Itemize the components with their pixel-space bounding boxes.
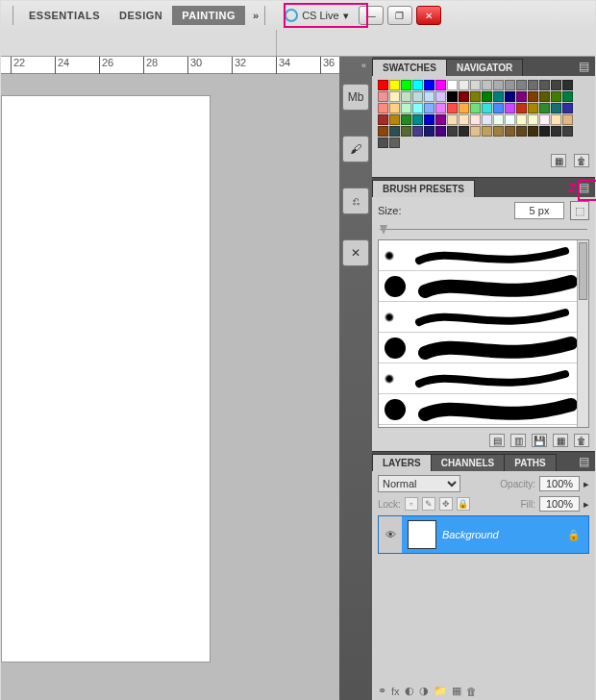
brush-menu-icon[interactable]: ▤	[579, 181, 589, 194]
brush-icon[interactable]: 🖌	[342, 136, 369, 162]
swatch[interactable]	[516, 91, 527, 102]
clone-source-icon[interactable]: ⎌	[342, 188, 369, 214]
swatch[interactable]	[528, 91, 538, 102]
swatch[interactable]	[470, 103, 481, 113]
swatch[interactable]	[493, 91, 504, 102]
swatch[interactable]	[412, 80, 423, 90]
swatch[interactable]	[551, 80, 561, 90]
swatch[interactable]	[562, 114, 573, 125]
swatches-menu-icon[interactable]: ▤	[579, 60, 589, 73]
swatch[interactable]	[459, 114, 469, 125]
more-workspaces-icon[interactable]: »	[253, 10, 259, 21]
swatch[interactable]	[562, 126, 573, 137]
swatch[interactable]	[435, 91, 446, 102]
swatch[interactable]	[562, 103, 573, 113]
swatch[interactable]	[551, 91, 561, 102]
swatch[interactable]	[539, 91, 550, 102]
swatch[interactable]	[505, 126, 515, 137]
brush-view-thumb-icon[interactable]: ▤	[489, 434, 505, 447]
close-button[interactable]: ✕	[416, 6, 441, 25]
swatch[interactable]	[505, 91, 515, 102]
layer-mask-icon[interactable]: ◐	[405, 685, 414, 697]
visibility-eye-icon[interactable]: 👁	[379, 516, 402, 553]
workspace-essentials[interactable]: ESSENTIALS	[19, 6, 110, 25]
swatch[interactable]	[528, 126, 538, 137]
swatch[interactable]	[424, 103, 435, 113]
swatch[interactable]	[551, 103, 561, 113]
tool-presets-icon[interactable]: ✕	[342, 239, 369, 266]
adjustment-layer-icon[interactable]: ◑	[419, 685, 429, 697]
swatch[interactable]	[412, 126, 423, 137]
layer-thumbnail[interactable]	[408, 520, 436, 549]
save-brush-icon[interactable]: 💾	[532, 434, 547, 447]
swatch[interactable]	[378, 138, 388, 148]
swatch[interactable]	[539, 114, 550, 125]
swatch[interactable]	[401, 103, 411, 113]
fill-input[interactable]	[539, 496, 580, 512]
swatch[interactable]	[378, 114, 388, 125]
swatch[interactable]	[493, 103, 504, 113]
swatch[interactable]	[412, 103, 423, 113]
brush-view-list-icon[interactable]: ▥	[510, 434, 526, 447]
brush-preset-row[interactable]	[379, 302, 588, 333]
swatch[interactable]	[435, 126, 446, 137]
brush-preset-row[interactable]	[379, 363, 588, 394]
swatch[interactable]	[539, 126, 550, 137]
brush-preset-row[interactable]	[379, 271, 588, 302]
opacity-input[interactable]	[539, 476, 580, 491]
swatch[interactable]	[470, 114, 481, 125]
swatch[interactable]	[447, 126, 458, 137]
swatch[interactable]	[424, 91, 435, 102]
swatch[interactable]	[389, 126, 400, 137]
delete-layer-icon[interactable]: 🗑	[466, 686, 477, 697]
blend-mode-select[interactable]: Normal	[378, 475, 460, 492]
swatch[interactable]	[459, 103, 469, 113]
swatch[interactable]	[493, 80, 504, 90]
swatch[interactable]	[447, 80, 458, 90]
document-canvas[interactable]	[1, 95, 211, 662]
tab-paths[interactable]: PATHS	[504, 454, 556, 471]
swatch[interactable]	[401, 80, 411, 90]
swatch[interactable]	[562, 80, 573, 90]
swatch[interactable]	[435, 103, 446, 113]
swatch[interactable]	[551, 114, 561, 125]
expand-docklets-icon[interactable]: «	[361, 61, 366, 70]
swatch[interactable]	[562, 91, 573, 102]
swatch[interactable]	[378, 91, 388, 102]
swatch[interactable]	[389, 91, 400, 102]
lock-position-icon[interactable]: ✥	[439, 497, 453, 511]
lock-all-icon[interactable]: 🔒	[457, 497, 470, 511]
swatch[interactable]	[539, 80, 550, 90]
swatch[interactable]	[389, 114, 400, 125]
tab-swatches[interactable]: SWATCHES	[372, 59, 447, 76]
swatch[interactable]	[470, 80, 481, 90]
swatch[interactable]	[401, 114, 411, 125]
swatch[interactable]	[516, 103, 527, 113]
swatch[interactable]	[412, 114, 423, 125]
swatch[interactable]	[401, 126, 411, 137]
brush-scrollbar[interactable]	[577, 240, 588, 427]
swatch[interactable]	[505, 103, 515, 113]
restore-button[interactable]: ❐	[387, 6, 412, 25]
swatch[interactable]	[435, 114, 446, 125]
swatch[interactable]	[378, 126, 388, 137]
lock-transparency-icon[interactable]: ▫	[405, 497, 418, 511]
layers-menu-icon[interactable]: ▤	[579, 455, 589, 468]
swatch[interactable]	[378, 80, 388, 90]
swatch[interactable]	[470, 91, 481, 102]
link-layers-icon[interactable]: ⚭	[378, 685, 386, 697]
swatch[interactable]	[516, 80, 527, 90]
lock-pixels-icon[interactable]: ✎	[422, 497, 435, 511]
swatch[interactable]	[528, 103, 538, 113]
swatch[interactable]	[505, 80, 515, 90]
new-layer-icon[interactable]: ▦	[452, 685, 461, 697]
swatch[interactable]	[482, 114, 492, 125]
workspace-painting[interactable]: PAINTING	[172, 6, 245, 25]
swatch[interactable]	[401, 91, 411, 102]
toggle-brush-panel-icon[interactable]: ⬚	[570, 201, 589, 220]
group-icon[interactable]: 📁	[434, 685, 447, 697]
swatch[interactable]	[459, 91, 469, 102]
chevron-right-icon[interactable]: ▸	[584, 478, 589, 490]
brush-preset-row[interactable]	[379, 240, 588, 271]
tab-layers[interactable]: LAYERS	[372, 454, 432, 471]
